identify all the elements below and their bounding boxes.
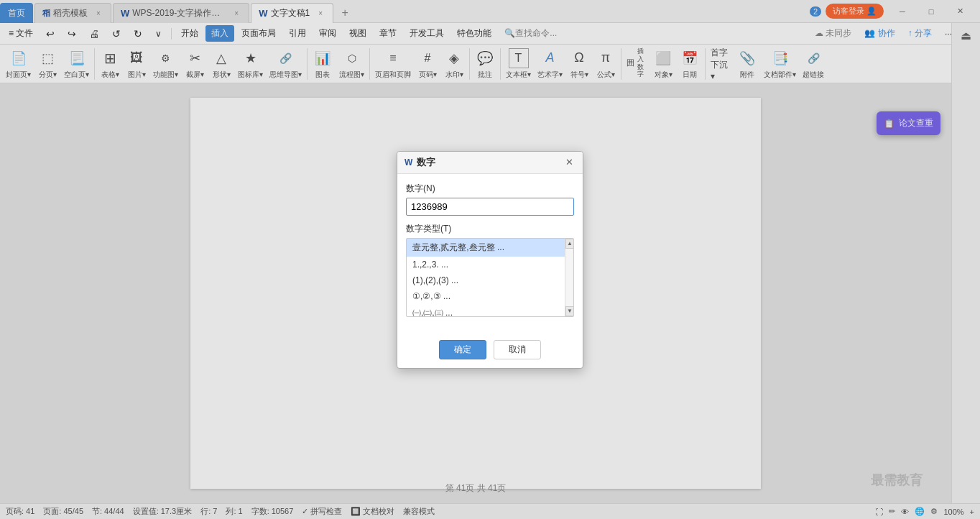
dialog-title-icon: W (405, 157, 412, 167)
scroll-down-arrow[interactable]: ▼ (565, 306, 574, 316)
dialog-cancel-button[interactable]: 取消 (494, 340, 541, 359)
dialog-body: 数字(N) 数字类型(T) 壹元整,贰元整,叁元整 ... 1.,2.,3. .… (397, 174, 583, 333)
dialog-title-bar: W 数字 ✕ (397, 152, 583, 174)
list-item-4[interactable]: ㈠,㈡,㈢ ... (407, 304, 565, 316)
list-item-3[interactable]: ①,②,③ ... (407, 288, 565, 304)
list-items: 壹元整,贰元整,叁元整 ... 1.,2.,3. ... (1),(2),(3)… (407, 239, 565, 316)
list-item-2[interactable]: (1),(2),(3) ... (407, 272, 565, 288)
dialog-title-text: 数字 (417, 156, 435, 169)
number-type-listbox[interactable]: 壹元整,贰元整,叁元整 ... 1.,2.,3. ... (1),(2),(3)… (406, 238, 574, 317)
number-dialog: W 数字 ✕ 数字(N) 数字类型(T) 壹元整,贰元整,叁元整 ... 1.,… (397, 151, 583, 369)
dialog-close-button[interactable]: ✕ (563, 156, 575, 169)
scroll-up-arrow[interactable]: ▲ (565, 239, 574, 249)
number-input[interactable] (406, 198, 574, 216)
dialog-title: W 数字 (405, 156, 435, 169)
dialog-overlay: W 数字 ✕ 数字(N) 数字类型(T) 壹元整,贰元整,叁元整 ... 1.,… (0, 0, 980, 519)
dialog-ok-button[interactable]: 确定 (439, 340, 486, 359)
number-field: 数字(N) (406, 183, 574, 216)
scroll-thumb[interactable] (565, 249, 573, 306)
dialog-buttons: 确定 取消 (397, 333, 583, 368)
number-field-label: 数字(N) (406, 183, 574, 195)
number-type-label: 数字类型(T) (406, 223, 574, 235)
list-item-1[interactable]: 1.,2.,3. ... (407, 257, 565, 272)
list-item-0[interactable]: 壹元整,贰元整,叁元整 ... (407, 239, 565, 257)
list-scrollbar[interactable]: ▲ ▼ (565, 239, 573, 316)
number-type-field: 数字类型(T) 壹元整,贰元整,叁元整 ... 1.,2.,3. ... (1)… (406, 223, 574, 317)
